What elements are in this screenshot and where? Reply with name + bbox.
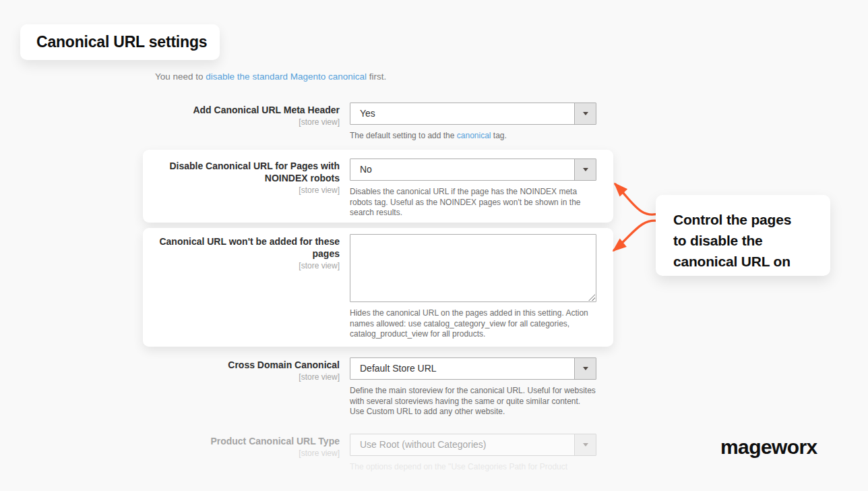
- field-label-block: Canonical URL won't be added for these p…: [143, 234, 340, 340]
- disable-noindex-select[interactable]: No: [350, 158, 596, 181]
- annotation-line: Control the pages: [673, 209, 821, 230]
- product-url-type-select[interactable]: Use Root (without Categories): [350, 434, 596, 456]
- canonical-tag-link[interactable]: canonical: [457, 131, 491, 140]
- field-scope: [store view]: [143, 449, 340, 459]
- field-scope: [store view]: [143, 372, 340, 382]
- product-url-type-select-value: Use Root (without Categories): [350, 434, 596, 455]
- field-row-product-canonical-url-type: Product Canonical URL Type [store view] …: [143, 434, 613, 473]
- chevron-down-icon: [583, 112, 588, 115]
- excluded-pages-textarea[interactable]: [350, 234, 596, 302]
- disable-noindex-select-button[interactable]: [574, 159, 596, 180]
- annotation-line: to disable the: [673, 230, 821, 251]
- field-note: The default setting to add the canonical…: [350, 131, 596, 142]
- field-row-add-canonical-meta-header: Add Canonical URL Meta Header [store vie…: [143, 103, 613, 142]
- field-note: Define the main storeview for the canoni…: [350, 386, 596, 417]
- field-label: Add Canonical URL Meta Header: [143, 104, 340, 116]
- field-scope: [store view]: [143, 261, 340, 271]
- note-text: tag.: [491, 131, 506, 140]
- disable-noindex-select-value: No: [350, 159, 596, 180]
- field-label-block: Cross Domain Canonical [store view]: [143, 357, 340, 417]
- field-note: The options depend on the "Use Categorie…: [350, 462, 596, 473]
- field-label: Disable Canonical URL for Pages with NOI…: [143, 160, 340, 184]
- field-label-block: Disable Canonical URL for Pages with NOI…: [143, 158, 340, 219]
- field-scope: [store view]: [143, 117, 340, 127]
- meta-header-select[interactable]: Yes: [350, 103, 596, 125]
- highlight-card-excluded-pages: Canonical URL won't be added for these p…: [143, 228, 613, 347]
- product-url-type-select-button[interactable]: [574, 434, 596, 455]
- field-label: Product Canonical URL Type: [143, 435, 340, 447]
- highlight-card-disable-noindex: Disable Canonical URL for Pages with NOI…: [143, 150, 613, 223]
- annotation-card: Control the pages to disable the canonic…: [656, 195, 830, 276]
- meta-header-select-value: Yes: [350, 103, 596, 124]
- chevron-down-icon: [583, 367, 588, 370]
- field-row-cross-domain-canonical: Cross Domain Canonical [store view] Defa…: [143, 357, 613, 417]
- meta-header-select-button[interactable]: [574, 103, 596, 124]
- cross-domain-select[interactable]: Default Store URL: [350, 357, 596, 380]
- chevron-down-icon: [583, 168, 588, 171]
- field-note: Disables the canonical URL if the page h…: [350, 187, 596, 219]
- arrow-to-noindex-field: [615, 184, 660, 214]
- settings-form: Add Canonical URL Meta Header [store vie…: [143, 0, 613, 491]
- annotation-line: canonical URL on: [673, 251, 821, 272]
- arrow-to-pages-field: [614, 221, 660, 250]
- field-label-block: Product Canonical URL Type [store view]: [143, 434, 340, 473]
- note-text: The default setting to add the: [350, 131, 457, 140]
- cross-domain-select-button[interactable]: [574, 358, 596, 379]
- field-label-block: Add Canonical URL Meta Header [store vie…: [143, 103, 340, 142]
- field-label: Canonical URL won't be added for these p…: [143, 235, 340, 260]
- chevron-down-icon: [583, 443, 588, 446]
- field-label: Cross Domain Canonical: [143, 359, 340, 371]
- mageworx-logo: mageworx: [720, 436, 817, 459]
- cross-domain-select-value: Default Store URL: [350, 358, 596, 379]
- field-scope: [store view]: [143, 185, 340, 196]
- field-note: Hides the canonical URL on the pages add…: [350, 308, 596, 340]
